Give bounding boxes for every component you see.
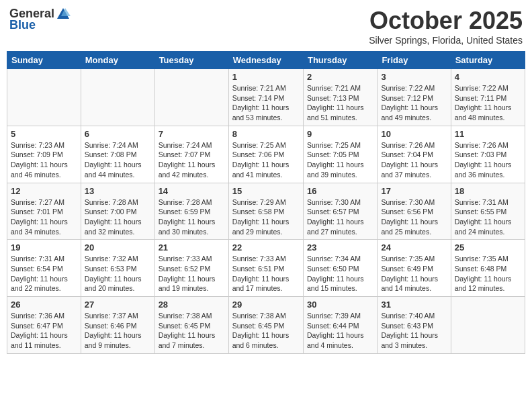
calendar-cell: 30Sunrise: 7:39 AM Sunset: 6:44 PM Dayli… bbox=[303, 297, 377, 354]
day-of-week-header: Sunday bbox=[7, 52, 81, 69]
page-header: General Blue October 2025 Silver Springs… bbox=[7, 7, 525, 46]
title-block: October 2025 Silver Springs, Florida, Un… bbox=[369, 7, 523, 46]
day-of-week-header: Wednesday bbox=[228, 52, 303, 69]
calendar-cell: 22Sunrise: 7:33 AM Sunset: 6:51 PM Dayli… bbox=[228, 240, 303, 297]
day-info: Sunrise: 7:23 AM Sunset: 7:09 PM Dayligh… bbox=[11, 140, 77, 180]
calendar-cell: 11Sunrise: 7:26 AM Sunset: 7:03 PM Dayli… bbox=[451, 126, 525, 183]
calendar-cell: 1Sunrise: 7:21 AM Sunset: 7:14 PM Daylig… bbox=[228, 69, 303, 126]
day-info: Sunrise: 7:31 AM Sunset: 6:55 PM Dayligh… bbox=[455, 197, 521, 237]
calendar-cell: 15Sunrise: 7:29 AM Sunset: 6:58 PM Dayli… bbox=[228, 183, 303, 240]
logo: General Blue bbox=[9, 7, 71, 32]
calendar-cell: 16Sunrise: 7:30 AM Sunset: 6:57 PM Dayli… bbox=[303, 183, 377, 240]
day-of-week-header: Saturday bbox=[451, 52, 525, 69]
calendar-cell: 23Sunrise: 7:34 AM Sunset: 6:50 PM Dayli… bbox=[303, 240, 377, 297]
calendar-cell bbox=[7, 69, 81, 126]
month-title: October 2025 bbox=[369, 7, 523, 35]
calendar-cell: 13Sunrise: 7:28 AM Sunset: 7:00 PM Dayli… bbox=[81, 183, 154, 240]
day-number: 10 bbox=[381, 129, 447, 139]
day-number: 5 bbox=[11, 129, 77, 139]
calendar-body: 1Sunrise: 7:21 AM Sunset: 7:14 PM Daylig… bbox=[7, 69, 525, 354]
day-info: Sunrise: 7:27 AM Sunset: 7:01 PM Dayligh… bbox=[11, 197, 77, 237]
day-info: Sunrise: 7:26 AM Sunset: 7:03 PM Dayligh… bbox=[455, 140, 521, 180]
logo-icon bbox=[56, 7, 71, 21]
day-info: Sunrise: 7:33 AM Sunset: 6:52 PM Dayligh… bbox=[159, 254, 225, 293]
day-number: 18 bbox=[455, 186, 521, 196]
day-info: Sunrise: 7:32 AM Sunset: 6:53 PM Dayligh… bbox=[85, 254, 151, 293]
day-info: Sunrise: 7:25 AM Sunset: 7:05 PM Dayligh… bbox=[307, 140, 373, 180]
day-info: Sunrise: 7:33 AM Sunset: 6:51 PM Dayligh… bbox=[232, 254, 300, 293]
calendar-cell: 20Sunrise: 7:32 AM Sunset: 6:53 PM Dayli… bbox=[81, 240, 154, 297]
calendar-cell: 9Sunrise: 7:25 AM Sunset: 7:05 PM Daylig… bbox=[303, 126, 377, 183]
calendar-header-row: SundayMondayTuesdayWednesdayThursdayFrid… bbox=[7, 52, 525, 69]
day-info: Sunrise: 7:31 AM Sunset: 6:54 PM Dayligh… bbox=[11, 254, 77, 293]
day-number: 2 bbox=[307, 72, 373, 82]
day-info: Sunrise: 7:24 AM Sunset: 7:07 PM Dayligh… bbox=[159, 140, 225, 180]
day-number: 23 bbox=[307, 242, 373, 253]
calendar-table: SundayMondayTuesdayWednesdayThursdayFrid… bbox=[7, 51, 525, 354]
calendar-cell: 12Sunrise: 7:27 AM Sunset: 7:01 PM Dayli… bbox=[7, 183, 81, 240]
calendar-cell: 27Sunrise: 7:37 AM Sunset: 6:46 PM Dayli… bbox=[81, 297, 154, 354]
day-info: Sunrise: 7:22 AM Sunset: 7:11 PM Dayligh… bbox=[455, 83, 521, 123]
day-number: 30 bbox=[307, 300, 373, 310]
calendar-week-row: 12Sunrise: 7:27 AM Sunset: 7:01 PM Dayli… bbox=[7, 183, 525, 240]
day-info: Sunrise: 7:29 AM Sunset: 6:58 PM Dayligh… bbox=[232, 197, 300, 237]
day-number: 6 bbox=[85, 129, 151, 139]
calendar-cell: 28Sunrise: 7:38 AM Sunset: 6:45 PM Dayli… bbox=[154, 297, 228, 354]
calendar-cell: 2Sunrise: 7:21 AM Sunset: 7:13 PM Daylig… bbox=[303, 69, 377, 126]
day-info: Sunrise: 7:28 AM Sunset: 6:59 PM Dayligh… bbox=[159, 197, 225, 237]
day-number: 16 bbox=[307, 186, 373, 196]
day-number: 4 bbox=[455, 72, 521, 82]
calendar-cell: 17Sunrise: 7:30 AM Sunset: 6:56 PM Dayli… bbox=[378, 183, 451, 240]
day-number: 13 bbox=[85, 186, 151, 196]
day-number: 1 bbox=[232, 72, 300, 82]
calendar-cell: 26Sunrise: 7:36 AM Sunset: 6:47 PM Dayli… bbox=[7, 297, 81, 354]
day-info: Sunrise: 7:35 AM Sunset: 6:48 PM Dayligh… bbox=[455, 254, 521, 293]
calendar-cell: 6Sunrise: 7:24 AM Sunset: 7:08 PM Daylig… bbox=[81, 126, 154, 183]
day-number: 31 bbox=[381, 300, 447, 310]
day-info: Sunrise: 7:30 AM Sunset: 6:56 PM Dayligh… bbox=[381, 197, 447, 237]
location: Silver Springs, Florida, United States bbox=[369, 35, 523, 46]
day-number: 7 bbox=[159, 129, 225, 139]
calendar-week-row: 19Sunrise: 7:31 AM Sunset: 6:54 PM Dayli… bbox=[7, 240, 525, 297]
calendar-week-row: 1Sunrise: 7:21 AM Sunset: 7:14 PM Daylig… bbox=[7, 69, 525, 126]
calendar-cell: 7Sunrise: 7:24 AM Sunset: 7:07 PM Daylig… bbox=[154, 126, 228, 183]
calendar-week-row: 26Sunrise: 7:36 AM Sunset: 6:47 PM Dayli… bbox=[7, 297, 525, 354]
day-info: Sunrise: 7:21 AM Sunset: 7:13 PM Dayligh… bbox=[307, 83, 373, 123]
calendar-cell: 19Sunrise: 7:31 AM Sunset: 6:54 PM Dayli… bbox=[7, 240, 81, 297]
calendar-cell bbox=[451, 297, 525, 354]
day-info: Sunrise: 7:40 AM Sunset: 6:43 PM Dayligh… bbox=[381, 311, 447, 351]
day-number: 17 bbox=[381, 186, 447, 196]
day-info: Sunrise: 7:35 AM Sunset: 6:49 PM Dayligh… bbox=[381, 254, 447, 293]
calendar-cell: 31Sunrise: 7:40 AM Sunset: 6:43 PM Dayli… bbox=[378, 297, 451, 354]
day-info: Sunrise: 7:22 AM Sunset: 7:12 PM Dayligh… bbox=[381, 83, 447, 123]
day-number: 19 bbox=[11, 242, 77, 253]
day-number: 8 bbox=[232, 129, 300, 139]
day-number: 21 bbox=[159, 242, 225, 253]
day-number: 12 bbox=[11, 186, 77, 196]
day-info: Sunrise: 7:37 AM Sunset: 6:46 PM Dayligh… bbox=[85, 311, 151, 351]
calendar-cell: 21Sunrise: 7:33 AM Sunset: 6:52 PM Dayli… bbox=[154, 240, 228, 297]
calendar-cell: 5Sunrise: 7:23 AM Sunset: 7:09 PM Daylig… bbox=[7, 126, 81, 183]
day-number: 20 bbox=[85, 242, 151, 253]
day-of-week-header: Monday bbox=[81, 52, 154, 69]
day-number: 9 bbox=[307, 129, 373, 139]
day-of-week-header: Friday bbox=[378, 52, 451, 69]
calendar-cell bbox=[81, 69, 154, 126]
day-number: 26 bbox=[11, 300, 77, 310]
day-number: 22 bbox=[232, 242, 300, 253]
calendar-cell: 25Sunrise: 7:35 AM Sunset: 6:48 PM Dayli… bbox=[451, 240, 525, 297]
day-info: Sunrise: 7:36 AM Sunset: 6:47 PM Dayligh… bbox=[11, 311, 77, 351]
calendar-cell: 18Sunrise: 7:31 AM Sunset: 6:55 PM Dayli… bbox=[451, 183, 525, 240]
day-info: Sunrise: 7:34 AM Sunset: 6:50 PM Dayligh… bbox=[307, 254, 373, 293]
day-number: 28 bbox=[159, 300, 225, 310]
calendar-cell: 4Sunrise: 7:22 AM Sunset: 7:11 PM Daylig… bbox=[451, 69, 525, 126]
day-number: 25 bbox=[455, 242, 521, 253]
day-info: Sunrise: 7:39 AM Sunset: 6:44 PM Dayligh… bbox=[307, 311, 373, 351]
calendar-cell bbox=[154, 69, 228, 126]
day-of-week-header: Thursday bbox=[303, 52, 377, 69]
calendar-cell: 14Sunrise: 7:28 AM Sunset: 6:59 PM Dayli… bbox=[154, 183, 228, 240]
day-number: 27 bbox=[85, 300, 151, 310]
day-info: Sunrise: 7:30 AM Sunset: 6:57 PM Dayligh… bbox=[307, 197, 373, 237]
day-of-week-header: Tuesday bbox=[154, 52, 228, 69]
day-number: 15 bbox=[232, 186, 300, 196]
